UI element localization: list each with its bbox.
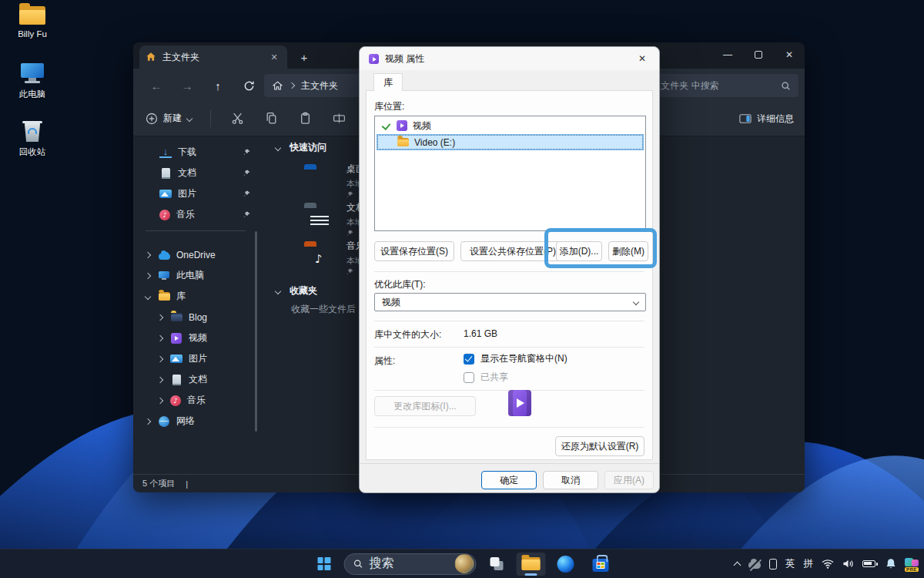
- sidebar-scrollbar[interactable]: [255, 231, 257, 432]
- pin-icon: [243, 147, 250, 158]
- dialog-title: 视频 属性: [385, 52, 424, 66]
- refresh-button[interactable]: [238, 75, 259, 96]
- minimize-button[interactable]: —: [712, 42, 743, 67]
- sidebar-item-label: 音乐: [176, 208, 195, 221]
- cut-button[interactable]: [229, 111, 245, 126]
- size-value: 1.61 GB: [464, 328, 497, 339]
- ok-button[interactable]: 确定: [481, 471, 537, 489]
- paste-button[interactable]: [297, 111, 313, 126]
- back-button[interactable]: ←: [146, 75, 167, 96]
- section-favorites[interactable]: 收藏夹: [276, 284, 317, 297]
- separator: [374, 271, 644, 272]
- start-button[interactable]: [310, 553, 339, 576]
- new-button[interactable]: 新建: [146, 112, 192, 125]
- search-icon: [353, 559, 363, 569]
- computer-icon: [19, 63, 45, 84]
- ime-mode-indicator[interactable]: 拼: [804, 557, 814, 570]
- sidebar-item-music-library[interactable]: ♪ 音乐: [138, 391, 255, 410]
- network-icon: [158, 415, 170, 428]
- sidebar-item-network[interactable]: 网络: [138, 412, 255, 431]
- explorer-tab-home[interactable]: 主文件夹 ✕: [139, 45, 287, 69]
- cancel-button[interactable]: 取消: [543, 471, 598, 489]
- sidebar-item-music[interactable]: ♪ 音乐: [138, 205, 255, 224]
- sidebar-item-label: 库: [176, 290, 186, 303]
- sidebar-item-this-pc[interactable]: 此电脑: [138, 266, 255, 285]
- sidebar-item-onedrive[interactable]: OneDrive: [138, 245, 255, 264]
- optimize-value: 视频: [382, 296, 400, 309]
- tab-close-icon[interactable]: ✕: [267, 50, 281, 64]
- restore-defaults-button[interactable]: 还原为默认设置(R): [555, 436, 644, 456]
- pin-icon: [346, 268, 353, 275]
- desktop-icon-recycle-bin[interactable]: 回收站: [0, 120, 65, 158]
- forward-button[interactable]: →: [176, 75, 198, 96]
- insider-badge-label: PRE: [905, 567, 919, 572]
- sidebar-item-documents[interactable]: 文档: [138, 163, 255, 183]
- list-item-label: Video (E:): [414, 137, 455, 148]
- list-item-video-e[interactable]: Video (E:): [377, 134, 644, 150]
- maximize-button[interactable]: [743, 42, 774, 67]
- sidebar-item-downloads[interactable]: ↓ 下载: [138, 143, 255, 162]
- change-library-icon-button[interactable]: 更改库图标(I)...: [374, 396, 476, 416]
- checkbox-show-in-nav[interactable]: 显示在导航窗格中(N): [464, 352, 567, 365]
- notification-bell-icon[interactable]: [886, 558, 896, 570]
- picture-icon: [159, 190, 172, 198]
- desktop-icon-billy-fu[interactable]: Billy Fu: [0, 6, 65, 39]
- ime-language-indicator[interactable]: 英: [785, 557, 795, 570]
- music-icon: ♪: [159, 210, 170, 220]
- search-highlight-image[interactable]: [455, 554, 474, 573]
- sidebar-item-label: Blog: [189, 312, 207, 323]
- taskbar-file-explorer[interactable]: [517, 553, 546, 576]
- sidebar-divider: [146, 230, 246, 231]
- taskbar-store[interactable]: [586, 553, 615, 576]
- dialog-tab-library[interactable]: 库: [373, 73, 403, 91]
- onedrive-paused-icon[interactable]: [748, 562, 761, 569]
- list-item-videos[interactable]: 视频: [377, 118, 644, 133]
- copy-button[interactable]: [263, 111, 279, 126]
- details-pane-button[interactable]: 详细信息: [739, 101, 794, 136]
- insider-preview-icon[interactable]: PRE: [905, 558, 919, 570]
- item-count: 5 个项目: [142, 478, 175, 489]
- sidebar-item-label: 网络: [176, 415, 195, 428]
- library-locations-list[interactable]: 视频 Video (E:): [374, 116, 646, 231]
- taskbar-search[interactable]: 搜索: [344, 553, 477, 575]
- taskbar-edge[interactable]: [551, 553, 581, 576]
- download-icon: ↓: [159, 147, 172, 158]
- battery-icon[interactable]: [862, 560, 875, 567]
- sidebar-item-blog[interactable]: Blog: [138, 307, 255, 327]
- phone-link-icon[interactable]: [769, 559, 777, 570]
- sidebar-item-videos[interactable]: 视频: [138, 328, 255, 348]
- separator: [374, 427, 644, 428]
- section-quick-access[interactable]: 快速访问: [276, 141, 326, 154]
- sidebar-item-label: 下载: [178, 146, 196, 159]
- wifi-icon[interactable]: [822, 559, 834, 569]
- close-button[interactable]: ✕: [774, 42, 805, 67]
- sidebar-item-documents-library[interactable]: 文档: [138, 370, 255, 389]
- new-tab-button[interactable]: +: [295, 49, 313, 66]
- attributes-label: 属性:: [374, 355, 395, 368]
- breadcrumb[interactable]: 主文件夹: [301, 79, 338, 92]
- optimize-select[interactable]: 视频: [374, 293, 646, 311]
- volume-icon[interactable]: [842, 559, 854, 569]
- up-button[interactable]: ↑: [207, 75, 229, 96]
- task-view-button[interactable]: [482, 553, 511, 576]
- tray-chevron-up-icon[interactable]: [734, 561, 742, 569]
- chevron-right-icon: [145, 418, 151, 424]
- rename-button[interactable]: [331, 111, 346, 126]
- sidebar-item-libraries[interactable]: 库: [138, 287, 255, 306]
- pin-icon: [243, 210, 250, 220]
- set-save-location-button[interactable]: 设置保存位置(S): [374, 241, 454, 261]
- sidebar-item-pictures[interactable]: 图片: [138, 184, 255, 203]
- chevron-right-icon: [157, 334, 163, 341]
- checkbox-shared[interactable]: 已共享: [464, 371, 508, 384]
- dialog-close-button[interactable]: ✕: [625, 47, 659, 70]
- desktop-icon-label: Billy Fu: [18, 29, 47, 39]
- task-view-icon: [490, 557, 503, 570]
- picture-icon: [170, 355, 182, 363]
- sidebar-item-pictures-library[interactable]: 图片: [138, 349, 255, 368]
- search-icon: [781, 81, 791, 91]
- apply-button[interactable]: 应用(A): [604, 471, 654, 489]
- default-save-check-icon: [382, 121, 391, 130]
- desktop-icon-this-pc[interactable]: 此电脑: [0, 63, 65, 100]
- rename-icon: [333, 112, 346, 125]
- paste-icon: [299, 112, 312, 125]
